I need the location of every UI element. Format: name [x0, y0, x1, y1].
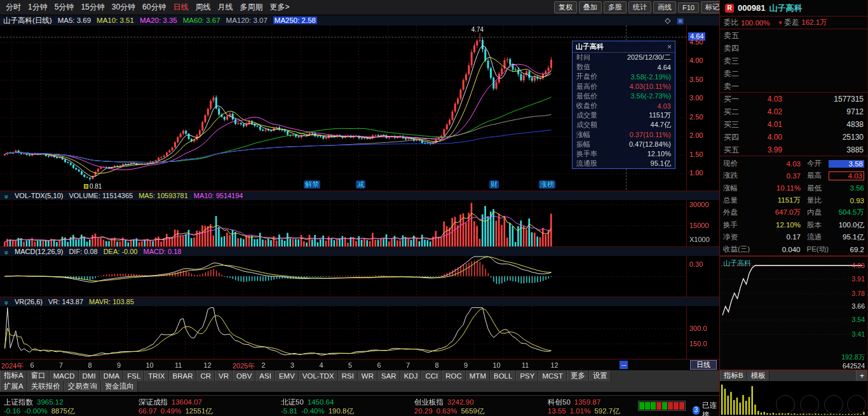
axis-label: 3.50: [689, 76, 703, 83]
indicator-tab-BOLL[interactable]: BOLL: [490, 370, 516, 381]
connection-status[interactable]: 3 已连接: [693, 401, 719, 416]
expand-arrow-icon[interactable]: ▼: [777, 20, 783, 26]
indicator-tab-DMI[interactable]: DMI: [79, 370, 100, 381]
bid-row[interactable]: 买二4.029712: [720, 105, 867, 118]
toolbar-button[interactable]: 多股: [604, 1, 627, 13]
indicator-tab-PSY[interactable]: PSY: [516, 370, 538, 381]
ask-row[interactable]: 卖四: [720, 42, 867, 55]
vr-chart-area[interactable]: [0, 306, 686, 359]
period-item[interactable]: 日线: [170, 1, 191, 14]
indicator-tab-EMV[interactable]: EMV: [275, 370, 299, 381]
add-tab-button[interactable]: +: [856, 370, 867, 381]
toolbar-button[interactable]: 复权: [554, 1, 577, 13]
indicator-tab-指标A[interactable]: 指标A: [0, 370, 27, 381]
period-item[interactable]: 多周期: [236, 1, 266, 14]
index-change: 13.55: [548, 406, 566, 415]
period-item[interactable]: 5分钟: [51, 1, 78, 14]
period-item[interactable]: 1分钟: [25, 1, 51, 14]
indicator-tab-RSI[interactable]: RSI: [338, 370, 358, 381]
time-axis-label: 6: [31, 361, 34, 369]
toolbar-button[interactable]: 叠加: [579, 1, 602, 13]
quote-tab-模板[interactable]: 模板: [747, 370, 770, 381]
extension-tab-关联报价[interactable]: 关联报价: [27, 381, 64, 392]
price-axis: 4.64 4.504.003.503.002.502.001.501.00: [686, 25, 719, 191]
period-item[interactable]: 周线: [192, 1, 214, 14]
indicator-tab-CR[interactable]: CR: [196, 370, 215, 381]
bid-row[interactable]: 买四4.0025130: [720, 131, 867, 144]
index-entry[interactable]: 北证501450.64-5.81-0.40%190.8亿: [281, 398, 354, 415]
quote-tab-指标B[interactable]: 指标B: [720, 370, 747, 381]
collapse-icon[interactable]: «: [2, 192, 10, 199]
intraday-minichart[interactable]: 山子高科 192.8万 642524 4.033.913.783.663.543…: [720, 256, 867, 370]
index-entry[interactable]: 深证成指13604.0766.970.49%12551亿: [139, 398, 213, 415]
macd-chart-area[interactable]: [0, 256, 686, 297]
watermark-circle: [847, 395, 866, 414]
indicator-tab-BRAR[interactable]: BRAR: [169, 370, 197, 381]
indicator-tab-VR[interactable]: VR: [215, 370, 233, 381]
period-item[interactable]: 60分钟: [139, 1, 169, 14]
indicator-tab-FSL[interactable]: FSL: [123, 370, 144, 381]
ask-row[interactable]: 卖一: [720, 80, 867, 93]
index-entry[interactable]: 创业板指3242.9020.290.63%5659亿: [414, 398, 484, 415]
toolbar-button[interactable]: 统计: [628, 1, 651, 13]
volume-chart-canvas[interactable]: [0, 200, 686, 246]
period-item[interactable]: 月线: [214, 1, 236, 14]
period-item[interactable]: 15分钟: [78, 1, 107, 14]
indicator-tab-KDJ[interactable]: KDJ: [400, 370, 422, 381]
macd-pane-header: « MACD(12,26,9) DIF: 0.08 DEA: -0.00 MAC…: [0, 246, 719, 256]
indicator-tab-TRIX[interactable]: TRIX: [144, 370, 168, 381]
bid-row[interactable]: 买一4.031577315: [720, 93, 867, 105]
collapse-icon[interactable]: «: [2, 299, 10, 305]
bid-row[interactable]: 买五3.993885: [720, 144, 867, 156]
ask-row[interactable]: 卖五: [720, 29, 867, 42]
detail-value: 0.37: [760, 172, 801, 180]
indicator-tab-VOL-TDX[interactable]: VOL-TDX: [299, 370, 338, 381]
event-marker-chip[interactable]: 财: [489, 180, 499, 189]
volume-indicator-name[interactable]: VOL-TDX(5,10): [15, 192, 63, 199]
vr-indicator-name[interactable]: VR(26,6): [15, 298, 43, 305]
event-marker-chip[interactable]: 解禁: [304, 180, 320, 189]
period-item[interactable]: 分时: [3, 1, 24, 14]
indicator-tab-ASI[interactable]: ASI: [255, 370, 275, 381]
indicator-tab-CCI[interactable]: CCI: [421, 370, 442, 381]
extension-tab-资金流向[interactable]: 资金流向: [101, 381, 138, 392]
close-icon[interactable]: ×: [667, 43, 672, 51]
ask-row[interactable]: 卖三: [720, 55, 867, 67]
indicator-tab-MTM[interactable]: MTM: [466, 370, 490, 381]
index-entry[interactable]: 科创501359.8713.551.01%592.7亿: [548, 398, 620, 415]
macd-chart-canvas[interactable]: [0, 256, 686, 297]
popup-title-bar[interactable]: 山子高科 ×: [573, 41, 675, 53]
volume-chart-area[interactable]: [0, 200, 686, 246]
indicator-tab-设置[interactable]: 设置: [589, 370, 611, 381]
toolbar-button[interactable]: 画线: [653, 1, 676, 13]
indicator-tab-WR[interactable]: WR: [358, 370, 377, 381]
period-item[interactable]: 更多>: [266, 1, 292, 14]
index-entry[interactable]: 上证指数3965.12-0.16-0.00%8875亿: [4, 398, 75, 415]
window-layout-icon[interactable]: ▣: [677, 16, 684, 25]
vr-chart-canvas[interactable]: [0, 306, 686, 359]
indicator-tab-MACD[interactable]: MACD: [50, 370, 79, 381]
ma-label: MA20: 3.35: [140, 17, 177, 24]
extension-tab-扩展A[interactable]: 扩展A: [0, 381, 27, 392]
extension-tab-交易查询[interactable]: 交易查询: [64, 381, 101, 392]
indicator-tab-ROC[interactable]: ROC: [442, 370, 466, 381]
event-marker-chip[interactable]: 减: [356, 180, 365, 189]
ask-row[interactable]: 卖二: [720, 67, 867, 80]
time-axis: -- 2024年67891011122025年23456789101112: [0, 359, 719, 370]
diamond-icon[interactable]: ◇: [665, 16, 670, 25]
indicator-tab-窗口[interactable]: 窗口: [27, 370, 50, 381]
period-button-daily[interactable]: 日线: [690, 360, 717, 370]
bid-row[interactable]: 买三4.014838: [720, 118, 867, 131]
indicator-tab-DMA[interactable]: DMA: [100, 370, 124, 381]
axis-label: 300.0: [689, 325, 707, 332]
collapse-icon[interactable]: «: [2, 248, 10, 255]
event-marker-chip[interactable]: 涨榜: [539, 180, 555, 189]
indicator-tab-SAR[interactable]: SAR: [377, 370, 400, 381]
toolbar-button[interactable]: F10: [678, 3, 699, 13]
indicator-tab-OBV[interactable]: OBV: [233, 370, 255, 381]
macd-indicator-name[interactable]: MACD(12,26,9): [15, 248, 63, 255]
indicator-tab-MCST[interactable]: MCST: [538, 370, 567, 381]
period-item[interactable]: 30分钟: [109, 1, 139, 14]
detail-label: 内盘: [801, 208, 829, 217]
indicator-tab-更多[interactable]: 更多: [567, 370, 589, 381]
